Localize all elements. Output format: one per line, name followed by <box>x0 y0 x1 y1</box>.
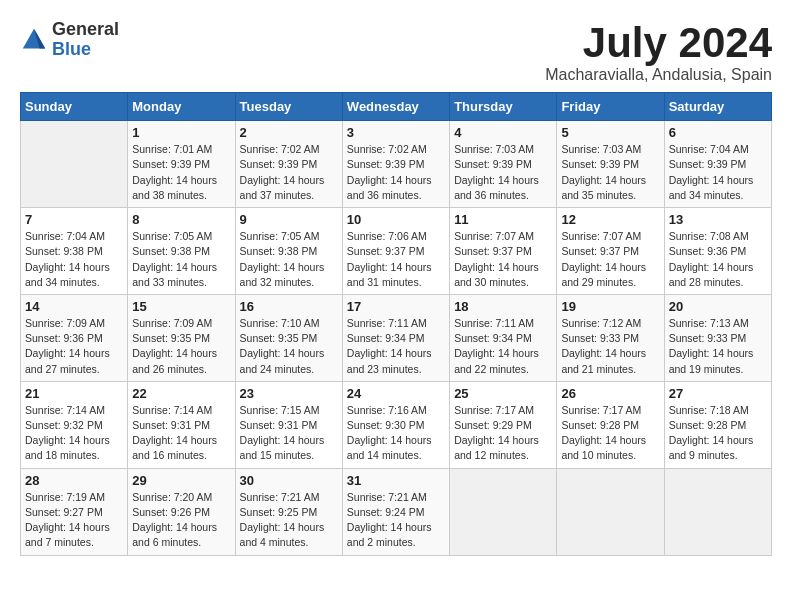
calendar-cell: 25Sunrise: 7:17 AMSunset: 9:29 PMDayligh… <box>450 381 557 468</box>
day-number: 20 <box>669 299 767 314</box>
calendar-cell: 24Sunrise: 7:16 AMSunset: 9:30 PMDayligh… <box>342 381 449 468</box>
calendar-cell: 1Sunrise: 7:01 AMSunset: 9:39 PMDaylight… <box>128 121 235 208</box>
day-number: 24 <box>347 386 445 401</box>
day-info: Sunrise: 7:08 AMSunset: 9:36 PMDaylight:… <box>669 229 767 290</box>
calendar-cell: 4Sunrise: 7:03 AMSunset: 9:39 PMDaylight… <box>450 121 557 208</box>
calendar-cell: 9Sunrise: 7:05 AMSunset: 9:38 PMDaylight… <box>235 208 342 295</box>
calendar-cell <box>450 468 557 555</box>
calendar-week-row: 7Sunrise: 7:04 AMSunset: 9:38 PMDaylight… <box>21 208 772 295</box>
calendar-week-row: 14Sunrise: 7:09 AMSunset: 9:36 PMDayligh… <box>21 294 772 381</box>
day-info: Sunrise: 7:09 AMSunset: 9:35 PMDaylight:… <box>132 316 230 377</box>
logo-text: General Blue <box>52 20 119 60</box>
day-number: 16 <box>240 299 338 314</box>
day-number: 26 <box>561 386 659 401</box>
calendar-table: SundayMondayTuesdayWednesdayThursdayFrid… <box>20 92 772 555</box>
calendar-cell: 29Sunrise: 7:20 AMSunset: 9:26 PMDayligh… <box>128 468 235 555</box>
day-number: 12 <box>561 212 659 227</box>
calendar-cell: 19Sunrise: 7:12 AMSunset: 9:33 PMDayligh… <box>557 294 664 381</box>
calendar-cell <box>557 468 664 555</box>
day-number: 28 <box>25 473 123 488</box>
calendar-cell: 14Sunrise: 7:09 AMSunset: 9:36 PMDayligh… <box>21 294 128 381</box>
day-number: 25 <box>454 386 552 401</box>
day-info: Sunrise: 7:17 AMSunset: 9:29 PMDaylight:… <box>454 403 552 464</box>
calendar-cell: 28Sunrise: 7:19 AMSunset: 9:27 PMDayligh… <box>21 468 128 555</box>
day-number: 17 <box>347 299 445 314</box>
calendar-cell: 16Sunrise: 7:10 AMSunset: 9:35 PMDayligh… <box>235 294 342 381</box>
day-number: 14 <box>25 299 123 314</box>
day-number: 9 <box>240 212 338 227</box>
calendar-cell: 11Sunrise: 7:07 AMSunset: 9:37 PMDayligh… <box>450 208 557 295</box>
day-number: 10 <box>347 212 445 227</box>
calendar-cell: 17Sunrise: 7:11 AMSunset: 9:34 PMDayligh… <box>342 294 449 381</box>
day-info: Sunrise: 7:03 AMSunset: 9:39 PMDaylight:… <box>561 142 659 203</box>
calendar-cell <box>21 121 128 208</box>
logo: General Blue <box>20 20 119 60</box>
day-number: 29 <box>132 473 230 488</box>
calendar-cell <box>664 468 771 555</box>
day-info: Sunrise: 7:11 AMSunset: 9:34 PMDaylight:… <box>454 316 552 377</box>
calendar-cell: 12Sunrise: 7:07 AMSunset: 9:37 PMDayligh… <box>557 208 664 295</box>
calendar-cell: 26Sunrise: 7:17 AMSunset: 9:28 PMDayligh… <box>557 381 664 468</box>
day-info: Sunrise: 7:16 AMSunset: 9:30 PMDaylight:… <box>347 403 445 464</box>
calendar-cell: 30Sunrise: 7:21 AMSunset: 9:25 PMDayligh… <box>235 468 342 555</box>
day-info: Sunrise: 7:18 AMSunset: 9:28 PMDaylight:… <box>669 403 767 464</box>
header-day-sunday: Sunday <box>21 93 128 121</box>
calendar-week-row: 1Sunrise: 7:01 AMSunset: 9:39 PMDaylight… <box>21 121 772 208</box>
calendar-cell: 20Sunrise: 7:13 AMSunset: 9:33 PMDayligh… <box>664 294 771 381</box>
day-info: Sunrise: 7:17 AMSunset: 9:28 PMDaylight:… <box>561 403 659 464</box>
calendar-cell: 22Sunrise: 7:14 AMSunset: 9:31 PMDayligh… <box>128 381 235 468</box>
calendar-cell: 31Sunrise: 7:21 AMSunset: 9:24 PMDayligh… <box>342 468 449 555</box>
calendar-cell: 2Sunrise: 7:02 AMSunset: 9:39 PMDaylight… <box>235 121 342 208</box>
header-day-wednesday: Wednesday <box>342 93 449 121</box>
day-number: 6 <box>669 125 767 140</box>
day-number: 22 <box>132 386 230 401</box>
day-info: Sunrise: 7:19 AMSunset: 9:27 PMDaylight:… <box>25 490 123 551</box>
calendar-cell: 7Sunrise: 7:04 AMSunset: 9:38 PMDaylight… <box>21 208 128 295</box>
day-number: 27 <box>669 386 767 401</box>
calendar-body: 1Sunrise: 7:01 AMSunset: 9:39 PMDaylight… <box>21 121 772 555</box>
day-number: 7 <box>25 212 123 227</box>
main-title: July 2024 <box>545 20 772 66</box>
header-day-thursday: Thursday <box>450 93 557 121</box>
day-number: 31 <box>347 473 445 488</box>
day-info: Sunrise: 7:21 AMSunset: 9:25 PMDaylight:… <box>240 490 338 551</box>
day-number: 3 <box>347 125 445 140</box>
day-number: 18 <box>454 299 552 314</box>
header-day-friday: Friday <box>557 93 664 121</box>
day-info: Sunrise: 7:20 AMSunset: 9:26 PMDaylight:… <box>132 490 230 551</box>
calendar-header-row: SundayMondayTuesdayWednesdayThursdayFrid… <box>21 93 772 121</box>
calendar-cell: 18Sunrise: 7:11 AMSunset: 9:34 PMDayligh… <box>450 294 557 381</box>
day-info: Sunrise: 7:02 AMSunset: 9:39 PMDaylight:… <box>347 142 445 203</box>
day-info: Sunrise: 7:14 AMSunset: 9:32 PMDaylight:… <box>25 403 123 464</box>
calendar-cell: 13Sunrise: 7:08 AMSunset: 9:36 PMDayligh… <box>664 208 771 295</box>
day-info: Sunrise: 7:09 AMSunset: 9:36 PMDaylight:… <box>25 316 123 377</box>
day-number: 13 <box>669 212 767 227</box>
day-info: Sunrise: 7:14 AMSunset: 9:31 PMDaylight:… <box>132 403 230 464</box>
day-number: 8 <box>132 212 230 227</box>
calendar-cell: 3Sunrise: 7:02 AMSunset: 9:39 PMDaylight… <box>342 121 449 208</box>
day-info: Sunrise: 7:05 AMSunset: 9:38 PMDaylight:… <box>132 229 230 290</box>
day-number: 2 <box>240 125 338 140</box>
day-info: Sunrise: 7:10 AMSunset: 9:35 PMDaylight:… <box>240 316 338 377</box>
calendar-cell: 8Sunrise: 7:05 AMSunset: 9:38 PMDaylight… <box>128 208 235 295</box>
day-info: Sunrise: 7:12 AMSunset: 9:33 PMDaylight:… <box>561 316 659 377</box>
day-info: Sunrise: 7:04 AMSunset: 9:38 PMDaylight:… <box>25 229 123 290</box>
day-number: 30 <box>240 473 338 488</box>
day-info: Sunrise: 7:01 AMSunset: 9:39 PMDaylight:… <box>132 142 230 203</box>
day-number: 19 <box>561 299 659 314</box>
day-info: Sunrise: 7:15 AMSunset: 9:31 PMDaylight:… <box>240 403 338 464</box>
header-day-saturday: Saturday <box>664 93 771 121</box>
day-info: Sunrise: 7:13 AMSunset: 9:33 PMDaylight:… <box>669 316 767 377</box>
calendar-cell: 23Sunrise: 7:15 AMSunset: 9:31 PMDayligh… <box>235 381 342 468</box>
day-info: Sunrise: 7:06 AMSunset: 9:37 PMDaylight:… <box>347 229 445 290</box>
subtitle: Macharavialla, Andalusia, Spain <box>545 66 772 84</box>
day-info: Sunrise: 7:05 AMSunset: 9:38 PMDaylight:… <box>240 229 338 290</box>
title-block: July 2024 Macharavialla, Andalusia, Spai… <box>545 20 772 84</box>
logo-icon <box>20 26 48 54</box>
calendar-cell: 10Sunrise: 7:06 AMSunset: 9:37 PMDayligh… <box>342 208 449 295</box>
calendar-week-row: 21Sunrise: 7:14 AMSunset: 9:32 PMDayligh… <box>21 381 772 468</box>
day-number: 4 <box>454 125 552 140</box>
day-info: Sunrise: 7:03 AMSunset: 9:39 PMDaylight:… <box>454 142 552 203</box>
day-number: 15 <box>132 299 230 314</box>
day-info: Sunrise: 7:21 AMSunset: 9:24 PMDaylight:… <box>347 490 445 551</box>
